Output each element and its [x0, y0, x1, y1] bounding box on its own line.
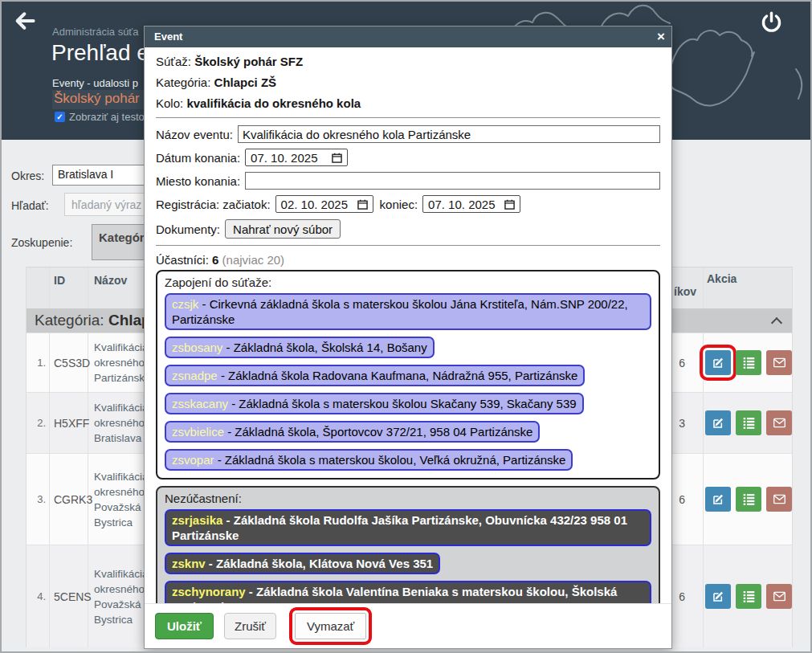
column-divider	[703, 454, 704, 545]
edit-event-button[interactable]	[705, 584, 731, 609]
email-button[interactable]	[766, 350, 792, 375]
action-buttons	[705, 454, 792, 545]
participants-count-line: Účastníci: 6 (najviac 20)	[156, 253, 660, 267]
participant-pill[interactable]: zsnadpe - Základná škola Radovana Kaufma…	[165, 365, 585, 386]
registration-start-input[interactable]: 02. 10. 2025	[275, 195, 373, 213]
event-place-row: Miesto konania:	[156, 172, 660, 190]
event-date-value: 07. 10. 2025	[251, 151, 317, 165]
delete-button[interactable]: Vymazať	[295, 613, 366, 639]
cancel-button[interactable]: Zrušiť	[224, 613, 276, 639]
action-buttons	[705, 545, 792, 647]
nonparticipant-pill[interactable]: zsknv - Základná škola, Klátova Nová Ves…	[165, 553, 440, 574]
column-divider	[49, 393, 50, 453]
checkbox-checked-icon[interactable]: ✓	[55, 112, 65, 122]
row-number: 4.	[27, 545, 46, 647]
event-name-label: Názov eventu:	[156, 128, 233, 141]
registration-start-label: Registrácia: začiatok:	[156, 198, 271, 211]
kategoria-line: Kategória: Chlapci ZŠ	[156, 76, 660, 89]
okres-label: Okres:	[11, 169, 44, 182]
participants-box: Zapojení do súťaže: czsjk - Cirkevná zák…	[156, 270, 660, 480]
participants-list-button[interactable]	[736, 410, 761, 435]
col-header-id: ID	[54, 274, 65, 287]
row-number: 3.	[27, 454, 46, 545]
action-buttons	[705, 333, 792, 392]
breadcrumb: Administrácia súťa	[52, 26, 138, 38]
edit-event-button[interactable]	[705, 410, 731, 435]
calendar-icon	[504, 199, 515, 210]
event-name-input[interactable]	[238, 125, 660, 143]
modal-header: Event ×	[145, 27, 671, 47]
column-divider	[49, 454, 50, 545]
competition-link[interactable]: Školský pohár	[52, 90, 144, 109]
participants-list: czsjk - Cirkevná základná škola s maters…	[165, 293, 651, 471]
hladat-label: Hľadať:	[11, 199, 49, 212]
nonparticipants-list: zsrjasika - Základná škola Rudolfa Jašík…	[165, 509, 651, 603]
participants-list-button[interactable]	[736, 350, 761, 375]
documents-label: Dokumenty:	[156, 222, 220, 236]
okres-select[interactable]: Bratislava I	[52, 165, 158, 186]
edit-event-button[interactable]	[705, 350, 731, 375]
column-divider	[49, 267, 50, 308]
participant-pill[interactable]: zsbosany - Základná škola, Školská 14, B…	[165, 337, 435, 358]
participants-box-label: Zapojení do súťaže:	[165, 275, 651, 289]
event-date-label: Dátum konania:	[156, 151, 240, 165]
upload-file-button[interactable]: Nahrať nový súbor	[225, 219, 341, 239]
collapse-chevron-icon[interactable]	[771, 317, 782, 329]
event-name-row: Názov eventu:	[156, 125, 660, 143]
col-header-akcia: Akcia	[707, 272, 737, 285]
registration-end-label: koniec:	[380, 198, 418, 211]
event-id: C5S3D	[54, 333, 90, 392]
documents-row: Dokumenty: Nahrať nový súbor	[156, 218, 660, 239]
participants-list-button[interactable]	[736, 584, 761, 609]
back-arrow-icon[interactable]	[11, 8, 39, 35]
event-place-label: Miesto konania:	[156, 174, 240, 188]
registration-row: Registrácia: začiatok: 02. 10. 2025 koni…	[156, 195, 660, 213]
participant-pill[interactable]: czsjk - Cirkevná základná škola s maters…	[165, 293, 651, 330]
column-divider	[88, 267, 88, 308]
nonparticipant-pill[interactable]: zschynorany - Základná škola Valentína B…	[165, 581, 651, 603]
participant-pill[interactable]: zsvopar - Základná škola s materskou ško…	[165, 449, 573, 471]
edit-event-button[interactable]	[705, 487, 731, 512]
row-number: 2.	[27, 393, 46, 453]
column-divider	[703, 545, 704, 647]
page-title: Prehľad e	[51, 40, 149, 66]
registration-start-value: 02. 10. 2025	[281, 198, 348, 211]
event-id: CGRK3	[54, 454, 92, 545]
column-divider	[703, 393, 704, 453]
modal-body: Súťaž: Školský pohár SFZ Kategória: Chla…	[145, 47, 671, 603]
participant-pill[interactable]: zsskacany - Základná škola s materskou š…	[165, 393, 584, 414]
nonparticipant-pill[interactable]: zsrjasika - Základná škola Rudolfa Jašík…	[165, 509, 651, 546]
divider	[156, 245, 660, 246]
action-buttons	[705, 393, 792, 453]
event-date-input[interactable]: 07. 10. 2025	[245, 149, 348, 166]
calendar-icon	[357, 199, 368, 210]
participant-pill[interactable]: zsvbielice - Základná škola, Športovcov …	[165, 421, 540, 443]
page-subtitle: Eventy - udalosti p	[52, 77, 138, 89]
col-header-count-partial: íkov	[674, 285, 696, 298]
email-button[interactable]	[766, 487, 792, 512]
show-test-checkbox-row: ✓ Zobraziť aj testo	[55, 111, 145, 123]
save-button[interactable]: Uložiť	[155, 613, 214, 639]
email-button[interactable]	[766, 410, 792, 435]
zoskupenie-label: Zoskupenie:	[11, 236, 72, 249]
registration-end-value: 07. 10. 2025	[428, 198, 495, 211]
column-divider	[703, 267, 704, 308]
event-date-row: Dátum konania: 07. 10. 2025	[156, 149, 660, 166]
column-divider	[49, 333, 50, 392]
col-header-nazov: Názov	[94, 274, 127, 287]
kolo-line: Kolo: kvalifikácia do okresného kola	[156, 96, 660, 110]
event-modal: Event × Súťaž: Školský pohár SFZ Kategór…	[144, 26, 672, 649]
checkbox-label: Zobraziť aj testo	[69, 111, 145, 123]
email-button[interactable]	[766, 584, 792, 609]
registration-end-input[interactable]: 07. 10. 2025	[422, 195, 520, 213]
event-place-input[interactable]	[245, 172, 660, 190]
event-id: H5XFF	[54, 393, 89, 453]
modal-footer: Uložiť Zrušiť Vymazať	[145, 603, 671, 648]
modal-title: Event	[154, 31, 182, 43]
nonparticipants-box: Nezúčastnení: zsrjasika - Základná škola…	[156, 486, 660, 603]
close-icon[interactable]: ×	[657, 27, 665, 47]
nonparticipants-box-label: Nezúčastnení:	[165, 492, 651, 505]
participants-list-button[interactable]	[736, 487, 761, 512]
power-icon[interactable]	[757, 10, 785, 37]
event-id: 5CENS	[54, 545, 92, 647]
